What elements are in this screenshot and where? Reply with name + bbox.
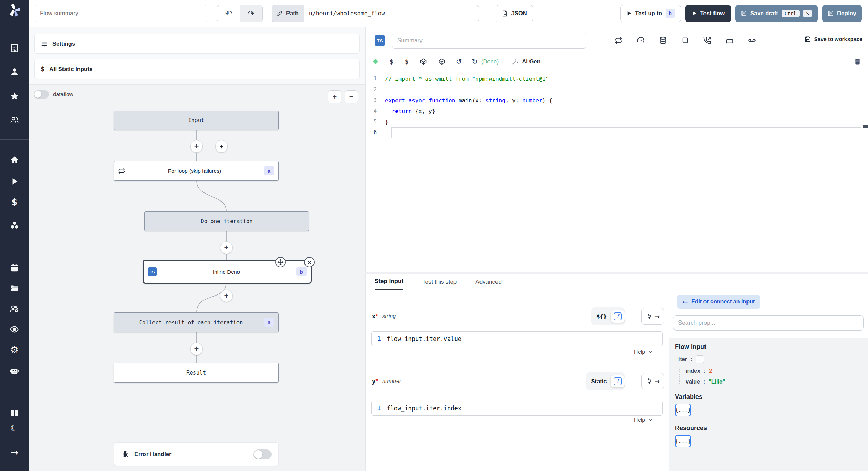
y-connect-plug-button[interactable]: →	[641, 373, 664, 389]
variables-dollar-icon[interactable]: $	[0, 197, 29, 207]
assets-dollar-icon[interactable]: $	[390, 58, 393, 65]
user-icon[interactable]	[0, 67, 29, 76]
node-do-one-iteration[interactable]: Do one iteration	[144, 211, 309, 231]
search-prop-input[interactable]	[673, 315, 864, 331]
path-input[interactable]	[304, 5, 479, 22]
add-step-button[interactable]: +	[220, 241, 233, 254]
edit-or-connect-button[interactable]: ← Edit or connect an input	[677, 295, 760, 309]
code-line[interactable]: 4 return {x, y}	[366, 106, 868, 117]
topbar-actions: Test up to b Test flow Save draft Ctrl S	[620, 5, 862, 22]
function-icon: f	[614, 377, 622, 385]
code-line[interactable]: 3export async function main(x: string, y…	[366, 95, 868, 106]
expand-sidebar-arrow-icon[interactable]: →	[0, 447, 29, 458]
x-help-link[interactable]: Help	[634, 349, 653, 355]
ai-gen-button[interactable]: AI Gen	[512, 58, 540, 65]
audit-eye-icon[interactable]	[0, 325, 29, 334]
users-icon[interactable]	[0, 115, 29, 125]
x-expression-input[interactable]: 1 flow_input.iter.value	[371, 331, 663, 346]
save-icon	[804, 36, 811, 42]
path-edit-button[interactable]: Path	[272, 5, 304, 22]
schedules-calendar-icon[interactable]	[0, 263, 29, 272]
save-to-workspace-button[interactable]: Save to workspace	[804, 36, 862, 42]
test-up-to-button[interactable]: Test up to b	[620, 5, 681, 22]
javascript-expression-chip[interactable]: f	[611, 310, 625, 323]
flow-graph-canvas[interactable]: dataflow + − Input +	[29, 85, 365, 471]
robot-icon[interactable]	[0, 366, 29, 375]
x-connect-plug-button[interactable]: →	[641, 308, 664, 325]
worker-groups-icon[interactable]	[0, 304, 29, 314]
undo-button[interactable]: ↶	[217, 5, 240, 22]
code-line[interactable]: 2	[366, 84, 868, 95]
add-step-button[interactable]: +	[190, 140, 203, 153]
resources-boxes-icon[interactable]	[0, 221, 29, 230]
prop-iter[interactable]: iter : -	[678, 355, 862, 363]
node-collect-result[interactable]: Collect result of each iteration a	[114, 312, 279, 332]
retries-repeat-icon[interactable]	[615, 36, 623, 44]
reload-refresh-icon[interactable]: ↻	[471, 58, 478, 66]
error-handler-card[interactable]: Error Handler	[114, 442, 279, 466]
runs-play-icon[interactable]	[0, 177, 29, 186]
mock-square-icon[interactable]	[681, 36, 689, 44]
add-step-button[interactable]: +	[190, 343, 203, 355]
collapse-button[interactable]: -	[696, 355, 704, 363]
early-stop-gauge-icon[interactable]	[637, 36, 645, 44]
dark-mode-moon-icon[interactable]: ☾	[0, 423, 29, 433]
reset-rotate-ccw-icon[interactable]: ↺	[456, 58, 462, 66]
voicemail-icon[interactable]	[748, 36, 756, 44]
dataflow-toggle[interactable]	[34, 90, 49, 99]
scrollbar-track[interactable]	[859, 112, 859, 272]
home-icon[interactable]	[0, 155, 29, 164]
test-flow-button[interactable]: Test flow	[685, 5, 731, 22]
delete-step-button[interactable]	[304, 257, 315, 267]
cache-database-icon[interactable]	[659, 36, 667, 44]
tab-step-input[interactable]: Step Input	[375, 278, 403, 290]
y-expression-input[interactable]: 1 flow_input.iter.index	[371, 401, 663, 416]
y-mode-toggle[interactable]: Static f	[586, 372, 625, 390]
docs-book-icon[interactable]	[0, 408, 29, 417]
variables-expand-button[interactable]: {...}	[675, 404, 691, 416]
all-static-inputs-button[interactable]: $ All Static Inputs	[34, 59, 360, 79]
node-result[interactable]: Result	[114, 363, 279, 383]
move-step-handle[interactable]	[275, 257, 286, 267]
code-line[interactable]: 6	[366, 127, 868, 138]
code-line[interactable]: 5}	[366, 117, 868, 127]
package-icon[interactable]	[438, 58, 445, 65]
sleep-bed-icon[interactable]	[726, 36, 734, 44]
horizontal-resizer[interactable]	[365, 272, 868, 274]
windmill-logo[interactable]	[0, 3, 29, 17]
vars-dollar-icon[interactable]: $	[405, 58, 409, 65]
star-icon[interactable]	[0, 92, 29, 101]
tab-advanced[interactable]: Advanced	[475, 279, 502, 290]
error-handler-toggle[interactable]	[253, 449, 272, 459]
suspend-phone-incoming-icon[interactable]	[703, 36, 711, 44]
prop-iter-index[interactable]: index : 2	[686, 368, 862, 374]
add-step-button[interactable]: +	[220, 290, 233, 302]
code-line[interactable]: 1// import * as wmill from "npm:windmill…	[366, 74, 868, 84]
tab-test-this-step[interactable]: Test this step	[422, 279, 457, 290]
json-button[interactable]: JSON	[496, 5, 533, 22]
deno-runtime-label[interactable]: (Deno)	[481, 58, 499, 65]
deploy-button[interactable]: Deploy	[822, 5, 862, 22]
add-trigger-button[interactable]	[215, 140, 228, 153]
resources-expand-button[interactable]: {...}	[675, 435, 691, 447]
workspace-building-icon[interactable]	[0, 44, 29, 53]
redo-button[interactable]: ↷	[240, 5, 262, 22]
prop-iter-value[interactable]: value : "Lille"	[686, 379, 862, 385]
code-editor[interactable]: 1// import * as wmill from "npm:windmill…	[366, 69, 868, 272]
zoom-out-button[interactable]: −	[345, 90, 358, 103]
library-panel-icon[interactable]	[854, 58, 861, 65]
save-draft-button[interactable]: Save draft Ctrl S	[735, 5, 818, 22]
node-inline-deno-selected[interactable]: TS Inline Deno b	[143, 260, 312, 284]
flow-summary-input[interactable]	[35, 5, 207, 22]
flow-settings-button[interactable]: Settings	[34, 34, 360, 54]
package-icon[interactable]	[420, 58, 427, 65]
zoom-in-button[interactable]: +	[328, 90, 341, 103]
y-help-link[interactable]: Help	[634, 417, 653, 423]
folders-icon[interactable]	[0, 284, 29, 293]
x-mode-toggle[interactable]: ${} f	[591, 307, 625, 325]
node-for-loop[interactable]: For loop (skip failures) a	[114, 161, 279, 181]
javascript-expression-chip[interactable]: f	[611, 375, 625, 387]
step-summary-input[interactable]	[392, 33, 586, 49]
settings-gear-icon[interactable]: ⚙	[0, 344, 29, 355]
node-input[interactable]: Input	[114, 111, 279, 130]
